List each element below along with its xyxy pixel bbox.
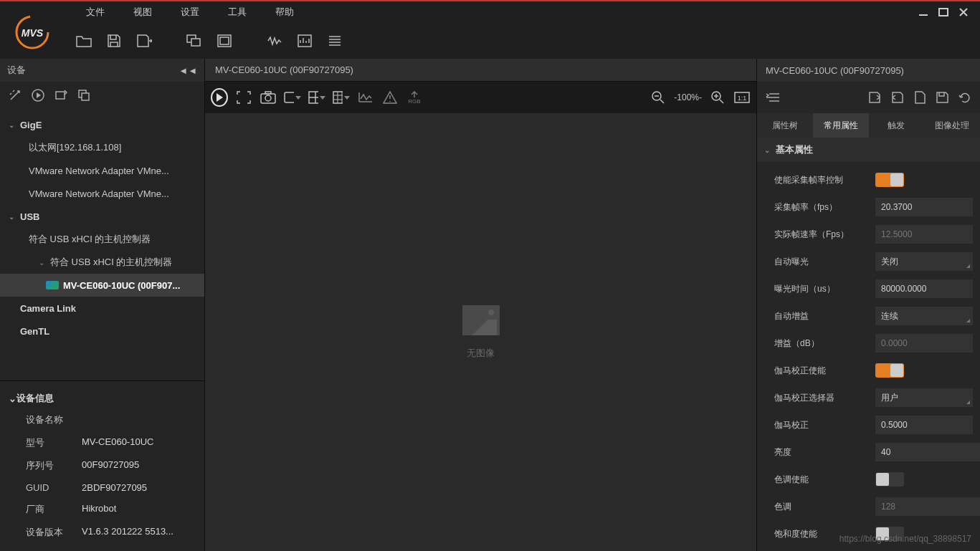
lbl-gamma: 伽马校正 bbox=[764, 419, 875, 431]
input-exp-time[interactable] bbox=[875, 279, 973, 298]
waveform-icon[interactable] bbox=[262, 29, 287, 53]
svg-rect-2 bbox=[919, 14, 928, 16]
tool-refresh-icon[interactable] bbox=[54, 89, 67, 102]
spin-hue[interactable]: ▲▼ bbox=[875, 497, 973, 516]
open-folder-icon[interactable] bbox=[72, 29, 96, 53]
svg-rect-3 bbox=[939, 9, 948, 16]
devinfo-model-value: MV-CE060-10UC bbox=[82, 436, 153, 449]
device-tree: ⌄GigE 以太网[192.168.1.108] VMware Network … bbox=[0, 109, 204, 380]
prop-refresh-icon[interactable] bbox=[958, 91, 971, 104]
zoom-out-icon[interactable] bbox=[650, 89, 667, 106]
property-tabs: 属性树 常用属性 触发 图像处理 bbox=[757, 113, 980, 138]
devinfo-serial-label: 序列号 bbox=[26, 459, 82, 472]
lbl-gamma-sel: 伽马校正选择器 bbox=[764, 392, 875, 404]
input-acq-fps[interactable] bbox=[875, 198, 973, 216]
devinfo-vendor-value: Hikrobot bbox=[82, 503, 116, 516]
snapshot-icon[interactable] bbox=[260, 89, 277, 106]
select-auto-exp[interactable]: 关闭 bbox=[875, 252, 973, 271]
lbl-gamma-en: 伽马校正使能 bbox=[764, 365, 875, 377]
tab-common-attr[interactable]: 常用属性 bbox=[813, 113, 869, 138]
device-panel-header: 设备 ◄◄ bbox=[0, 59, 204, 82]
device-panel-title: 设备 bbox=[7, 64, 26, 77]
menu-help[interactable]: 帮助 bbox=[261, 6, 308, 19]
record-icon[interactable] bbox=[284, 89, 301, 106]
viewer-tab[interactable]: MV-CE060-10UC (00F90727095) bbox=[205, 59, 756, 82]
toggle-gamma-en[interactable] bbox=[875, 363, 904, 378]
export-icon[interactable] bbox=[132, 29, 156, 53]
menu-view[interactable]: 视图 bbox=[119, 6, 166, 19]
maximize-icon[interactable] bbox=[938, 7, 948, 17]
prop-export-icon[interactable] bbox=[891, 91, 904, 104]
lbl-hue: 色调 bbox=[764, 501, 875, 513]
devinfo-name-label: 设备名称 bbox=[26, 413, 82, 426]
tab-image-proc[interactable]: 图像处理 bbox=[924, 113, 980, 138]
devinfo-vendor-label: 厂商 bbox=[26, 503, 82, 516]
svg-rect-7 bbox=[220, 37, 229, 44]
close-icon[interactable] bbox=[958, 7, 969, 17]
device-info-panel: ⌄设备信息 设备名称 型号MV-CE060-10UC 序列号00F9072709… bbox=[0, 380, 204, 551]
svg-rect-15 bbox=[265, 92, 271, 94]
upload-icon[interactable]: RGB bbox=[406, 89, 423, 106]
prop-save-icon[interactable] bbox=[936, 91, 948, 104]
save-icon[interactable] bbox=[102, 29, 126, 53]
lbl-auto-gain: 自动增益 bbox=[764, 310, 875, 322]
layout-single-icon[interactable] bbox=[212, 29, 237, 53]
devinfo-header: 设备信息 bbox=[16, 392, 54, 405]
devinfo-version-value: V1.6.3 201222 5513... bbox=[82, 526, 173, 539]
viewer-panel: MV-CE060-10UC (00F90727095) RGB -100%- 1… bbox=[205, 59, 756, 551]
input-real-fps bbox=[875, 225, 973, 244]
prop-indent-icon[interactable] bbox=[766, 92, 780, 103]
play-button[interactable] bbox=[211, 89, 228, 106]
minimize-icon[interactable] bbox=[918, 7, 928, 17]
menu-settings[interactable]: 设置 bbox=[166, 6, 214, 19]
input-gamma[interactable] bbox=[875, 416, 973, 434]
prop-file-icon[interactable] bbox=[914, 91, 926, 104]
grid2-icon[interactable] bbox=[308, 89, 325, 106]
tab-trigger[interactable]: 触发 bbox=[869, 113, 925, 138]
zoom-in-icon[interactable] bbox=[709, 89, 726, 106]
tree-ethernet[interactable]: 以太网[192.168.1.108] bbox=[0, 136, 204, 159]
fit-icon[interactable]: 1:1 bbox=[733, 89, 751, 106]
list-icon[interactable] bbox=[323, 29, 347, 53]
menu-file[interactable]: 文件 bbox=[72, 6, 119, 19]
spin-bright[interactable]: ▲▼ bbox=[875, 443, 973, 461]
svg-text:MVS: MVS bbox=[22, 27, 44, 39]
lbl-acq-fps: 采集帧率（fps） bbox=[764, 201, 875, 214]
layout-multi-icon[interactable] bbox=[182, 29, 206, 53]
viewer-toolbar: RGB -100%- 1:1 bbox=[205, 82, 756, 113]
section-basic-attr[interactable]: ⌄基本属性 bbox=[757, 138, 980, 162]
devinfo-model-label: 型号 bbox=[26, 436, 82, 449]
tree-gentl[interactable]: GenTL bbox=[0, 320, 204, 342]
tree-device-selected[interactable]: MV-CE060-10UC (00F907... bbox=[0, 274, 204, 297]
menu-tools[interactable]: 工具 bbox=[214, 6, 261, 19]
tree-cameralink[interactable]: Camera Link bbox=[0, 297, 204, 320]
fullscreen-icon[interactable] bbox=[235, 89, 252, 106]
tool-play-icon[interactable] bbox=[32, 89, 44, 102]
warning-icon[interactable] bbox=[381, 89, 399, 106]
tool-wand-icon[interactable] bbox=[9, 89, 22, 102]
svg-rect-12 bbox=[82, 93, 89, 100]
stats-icon[interactable] bbox=[292, 29, 317, 53]
tree-usb-host-2[interactable]: ⌄符合 USB xHCI 的主机控制器 bbox=[0, 251, 204, 274]
collapse-left-icon[interactable]: ◄◄ bbox=[179, 65, 197, 76]
tab-attr-tree[interactable]: 属性树 bbox=[757, 113, 813, 138]
tool-copy-icon[interactable] bbox=[77, 89, 90, 102]
watermark: https://blog.csdn.net/qq_38898517 bbox=[839, 534, 971, 544]
toggle-hue-en[interactable] bbox=[875, 472, 904, 487]
tree-vmware-2[interactable]: VMware Network Adapter VMne... bbox=[0, 182, 204, 205]
tree-usb-host-1[interactable]: 符合 USB xHCI 的主机控制器 bbox=[0, 228, 204, 251]
grid3-icon[interactable] bbox=[333, 89, 350, 106]
devinfo-guid-value: 2BDF90727095 bbox=[82, 482, 147, 493]
tree-gige[interactable]: ⌄GigE bbox=[0, 113, 204, 136]
image-placeholder-icon bbox=[462, 305, 500, 335]
toggle-enable-fps[interactable] bbox=[875, 173, 904, 187]
tree-usb[interactable]: ⌄USB bbox=[0, 205, 204, 228]
tree-vmware-1[interactable]: VMware Network Adapter VMne... bbox=[0, 159, 204, 182]
lbl-bright: 亮度 bbox=[764, 446, 875, 459]
devinfo-serial-value: 00F90727095 bbox=[82, 459, 139, 472]
prop-import-icon[interactable] bbox=[868, 91, 881, 104]
app-logo: MVS bbox=[13, 13, 52, 52]
chart-icon[interactable] bbox=[357, 89, 374, 106]
select-auto-gain[interactable]: 连续 bbox=[875, 307, 973, 325]
select-gamma-sel[interactable]: 用户 bbox=[875, 388, 973, 407]
